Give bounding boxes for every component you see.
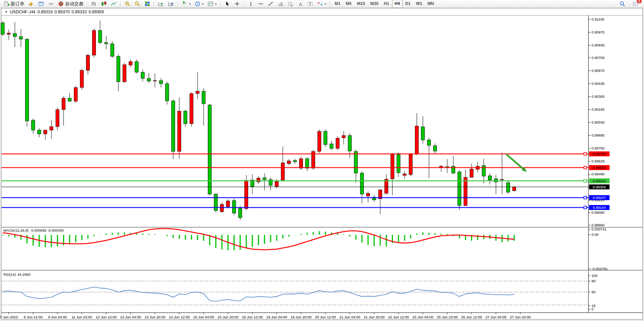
- macd-name: MACD(12,26,9): [3, 228, 29, 232]
- svg-text:0.90705: 0.90705: [591, 56, 604, 60]
- svg-text:0.90435: 0.90435: [591, 81, 604, 86]
- svg-text:0.89703: 0.89703: [593, 152, 606, 156]
- svg-text:0.89247: 0.89247: [593, 195, 606, 200]
- svg-text:0.89090: 0.89090: [591, 210, 604, 215]
- svg-text:16 Jun 12:00: 16 Jun 12:00: [242, 315, 263, 319]
- svg-text:21 Jun 04:00: 21 Jun 04:00: [340, 315, 360, 319]
- svg-text:26 Jun 12:00: 26 Jun 12:00: [461, 315, 482, 319]
- svg-text:23 Jun 04:00: 23 Jun 04:00: [413, 315, 434, 319]
- svg-text:19 Jun 20:00: 19 Jun 20:00: [291, 315, 312, 319]
- rsi-name: RSI(14): [3, 272, 16, 277]
- svg-text:80: 80: [591, 279, 596, 283]
- svg-text:20 Jun 12:00: 20 Jun 12:00: [315, 315, 336, 319]
- svg-text:0: 0: [591, 307, 593, 311]
- svg-text:0.91105: 0.91105: [591, 17, 604, 21]
- svg-text:15 Jun 20:00: 15 Jun 20:00: [218, 315, 239, 319]
- ohlc-open: 0.89319: [38, 10, 53, 14]
- chart-menu-icon[interactable]: ▼: [5, 10, 8, 14]
- ohlc-close: 0.89359: [89, 10, 104, 14]
- svg-text:7 Jun 2023: 7 Jun 2023: [0, 315, 18, 319]
- svg-text:0.89490: 0.89490: [591, 172, 604, 176]
- chart-ohlc-values: 0.893190.893700.893100.89359: [38, 10, 106, 14]
- svg-text:15 Jun 04:00: 15 Jun 04:00: [193, 315, 214, 319]
- svg-text:0.89625: 0.89625: [591, 159, 604, 163]
- svg-text:0.90030: 0.90030: [591, 120, 604, 124]
- svg-text:22 Jun 12:00: 22 Jun 12:00: [388, 315, 409, 319]
- svg-text:0.89895: 0.89895: [591, 133, 604, 137]
- svg-text:100: 100: [591, 273, 598, 278]
- svg-text:14 Jun 12:00: 14 Jun 12:00: [169, 315, 190, 319]
- svg-text:0.89760: 0.89760: [591, 146, 604, 150]
- svg-text:8 Jun 12:00: 8 Jun 12:00: [24, 315, 43, 319]
- macd-values: -0.000656 -0.000493: [30, 228, 64, 232]
- svg-text:0.89359: 0.89359: [593, 185, 606, 189]
- macd-indicator-label: MACD(12,26,9)-0.000656 -0.000493: [3, 228, 65, 232]
- svg-text:12 Jun 12:00: 12 Jun 12:00: [96, 315, 117, 319]
- svg-text:11 Jun 23:00: 11 Jun 23:00: [72, 315, 92, 319]
- chart-canvas[interactable]: 0.911050.909700.908350.907050.905700.904…: [0, 0, 644, 321]
- svg-text:0.90570: 0.90570: [591, 68, 604, 73]
- svg-text:0.89422: 0.89422: [593, 179, 606, 183]
- svg-text:27 Jun 04:00: 27 Jun 04:00: [486, 315, 507, 319]
- chart-title-bar[interactable]: ▼ USDCHF-,H4 0.893190.893700.893100.8935…: [2, 8, 642, 16]
- svg-text:50: 50: [591, 290, 596, 294]
- ohlc-low: 0.89310: [72, 10, 87, 14]
- svg-text:19 Jun 04:00: 19 Jun 04:00: [266, 315, 287, 319]
- svg-text:0.89560: 0.89560: [593, 165, 606, 170]
- svg-text:13 Jun 04:00: 13 Jun 04:00: [120, 315, 141, 319]
- svg-text:0.00: 0.00: [591, 232, 599, 237]
- svg-text:25 Jun 23:00: 25 Jun 23:00: [437, 315, 458, 319]
- chart-symbol-title: USDCHF-,H4: [10, 10, 35, 14]
- svg-text:0.90300: 0.90300: [591, 94, 604, 99]
- rsi-value: 44.2083: [18, 272, 30, 277]
- svg-text:-0.003781: -0.003781: [591, 267, 608, 271]
- svg-text:0.000741: 0.000741: [591, 227, 607, 231]
- svg-text:0.90835: 0.90835: [591, 43, 604, 47]
- svg-text:0.88960: 0.88960: [591, 223, 604, 227]
- svg-text:0.90165: 0.90165: [591, 107, 604, 111]
- svg-text:27 Jun 20:00: 27 Jun 20:00: [510, 315, 531, 319]
- rsi-indicator-label: RSI(14)44.2083: [3, 272, 32, 277]
- svg-text:13 Jun 20:00: 13 Jun 20:00: [145, 315, 166, 319]
- svg-text:21 Jun 20:00: 21 Jun 20:00: [364, 315, 385, 319]
- ohlc-high: 0.89370: [54, 10, 70, 14]
- svg-text:0.90970: 0.90970: [591, 30, 604, 34]
- svg-text:9 Jun 04:00: 9 Jun 04:00: [48, 315, 67, 319]
- svg-text:0.89144: 0.89144: [593, 205, 606, 210]
